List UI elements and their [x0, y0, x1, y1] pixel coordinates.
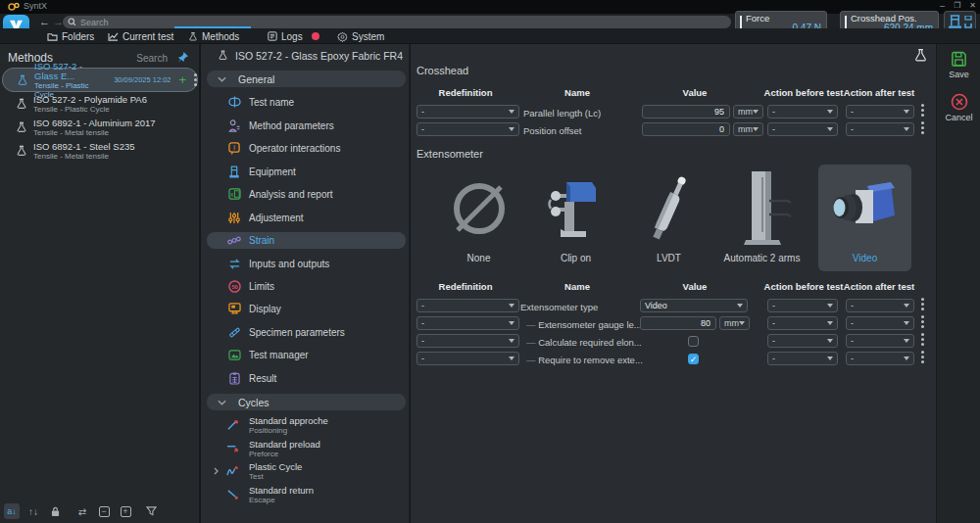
row-menu-icon[interactable] — [921, 338, 924, 341]
action-after-select[interactable]: - — [846, 334, 914, 348]
item-menu-icon[interactable] — [194, 78, 197, 81]
back-arrow-icon[interactable]: ← — [39, 15, 50, 28]
method-list-item[interactable]: ISO 527-2 - Polyamide PA6Tensile - Plast… — [2, 92, 198, 116]
value-input[interactable] — [640, 316, 716, 330]
method-parameters-icon — [227, 119, 241, 132]
tree-item-test-name[interactable]: Test name — [207, 94, 406, 110]
redefinition-select[interactable]: - — [416, 334, 519, 348]
tree-item-equipment[interactable]: Equipment — [207, 164, 406, 179]
cycle-item-standard-approche[interactable]: Standard approchePositioning — [207, 414, 406, 436]
column-header: Redefinition — [439, 281, 493, 292]
redefinition-select[interactable]: - — [416, 352, 519, 365]
redefinition-select[interactable]: - — [416, 105, 519, 119]
action-after-select[interactable]: - — [846, 352, 914, 365]
pin-icon[interactable] — [176, 51, 189, 64]
tree-item-display[interactable]: Display — [207, 301, 406, 316]
extensometer-option-lvdt[interactable]: LVDT — [622, 165, 715, 271]
action-before-select[interactable]: - — [767, 299, 838, 312]
action-after-select[interactable]: - — [846, 316, 914, 330]
sort-alpha-icon[interactable]: a↓ — [4, 503, 20, 519]
tree-item-result[interactable]: Result — [207, 370, 406, 386]
search-input[interactable] — [80, 18, 726, 27]
row-menu-icon[interactable] — [921, 126, 924, 129]
tab-methods[interactable]: Methods — [188, 28, 239, 44]
column-header: Action before test — [764, 281, 844, 292]
extensometer-option-none[interactable]: None — [432, 165, 525, 271]
tree-header: ISO 527-2 - Glass Epoxy Fabric FR4 — [218, 49, 403, 62]
lock-icon[interactable] — [47, 503, 63, 519]
add-icon[interactable]: + — [179, 72, 187, 87]
tree-item-method-parameters[interactable]: Method parameters — [207, 118, 406, 133]
title-bar: SyntX – ❐ ✕ — [0, 0, 980, 14]
row-menu-icon[interactable] — [921, 320, 924, 323]
tree-item-strain[interactable]: Strain — [207, 232, 406, 249]
tab-logs[interactable]: Logs — [268, 28, 303, 44]
cycle-item-standard-return[interactable]: Standard returnEscape — [207, 484, 406, 505]
column-header: Name — [564, 87, 590, 98]
row-menu-icon[interactable] — [921, 303, 924, 306]
tab-bar: Folders Current test Methods Logs System — [0, 28, 980, 44]
tree-item-operator-interactions[interactable]: i Operator interactions — [207, 140, 406, 156]
unit-select[interactable]: mm — [733, 105, 763, 119]
restore-button[interactable]: ❐ — [954, 1, 960, 11]
redefinition-select[interactable]: - — [416, 299, 519, 312]
method-list-item[interactable]: ISO 6892-1 - Aluminium 2017Tensile - Met… — [2, 116, 198, 139]
action-before-select[interactable]: - — [767, 334, 838, 348]
remove-extensometer-checkbox[interactable]: ✓ — [688, 354, 699, 364]
analysis-report-icon: x — [227, 188, 241, 200]
tab-system[interactable]: System — [337, 28, 384, 44]
extensometer-option-clip-on[interactable]: Clip on — [529, 165, 622, 271]
action-before-select[interactable]: - — [767, 316, 838, 330]
crosshead-section-title: Crosshead — [416, 65, 468, 76]
tree-item-adjustement[interactable]: Adjustement — [207, 210, 406, 225]
chevron-right-icon[interactable] — [214, 467, 219, 475]
tree-item-test-manager[interactable]: Test manager — [207, 347, 406, 362]
value-input[interactable] — [642, 105, 730, 119]
save-icon — [951, 51, 967, 68]
action-after-select[interactable]: - — [846, 105, 914, 119]
collapse-all-icon[interactable]: − — [96, 503, 112, 519]
redefinition-select[interactable]: - — [416, 316, 519, 330]
extensometer-option-video[interactable]: Video — [818, 165, 911, 271]
swap-icon[interactable]: ⇄ — [74, 503, 90, 519]
minimize-button[interactable]: – — [940, 1, 945, 11]
load-frame-icon — [949, 15, 961, 29]
redefinition-select[interactable]: - — [416, 122, 519, 136]
unit-select[interactable]: mm — [733, 122, 763, 136]
search-icon — [68, 18, 76, 26]
row-menu-icon[interactable] — [921, 356, 924, 358]
action-after-select[interactable]: - — [846, 299, 914, 312]
method-list-item[interactable]: ISO 6892-1 - Steel S235Tensile - Metal t… — [2, 139, 198, 163]
extensometer-option-automatic-2-arms[interactable]: Automatic 2 arms — [715, 165, 808, 271]
unit-select[interactable]: mm — [719, 316, 750, 330]
extensometer-type-select[interactable]: Video — [640, 299, 748, 312]
row-menu-icon[interactable] — [921, 109, 924, 112]
tab-current-test[interactable]: Current test — [108, 28, 173, 44]
close-button[interactable]: ✕ — [969, 1, 976, 11]
filter-icon[interactable] — [143, 503, 159, 519]
calculate-elongation-checkbox[interactable]: ✓ — [688, 336, 699, 347]
tree-item-inputs-outputs[interactable]: Inputs and outputs — [207, 256, 406, 271]
method-list-item[interactable]: ISO 527-2 - Glass E... Tensile - Plastic… — [2, 68, 198, 92]
tree-item-specimen-parameters[interactable]: Specimen parameters — [207, 324, 406, 340]
section-cycles[interactable]: Cycles — [207, 394, 406, 410]
section-general[interactable]: General — [207, 71, 406, 87]
methods-search-label[interactable]: Search — [136, 53, 168, 64]
cancel-button[interactable]: Cancel — [937, 93, 980, 122]
action-after-select[interactable]: - — [846, 122, 914, 136]
specimen-parameters-icon — [227, 326, 241, 339]
expand-all-icon[interactable]: + — [118, 503, 133, 519]
save-button[interactable]: Save — [937, 51, 980, 79]
action-before-select[interactable]: - — [767, 105, 838, 119]
tree-item-analysis-report[interactable]: x Analysis and report — [207, 186, 406, 202]
action-before-select[interactable]: - — [767, 352, 838, 365]
action-before-select[interactable]: - — [767, 122, 838, 136]
tab-folders[interactable]: Folders — [47, 28, 94, 44]
cycle-item-plastic-cycle[interactable]: Plastic CycleTest — [207, 460, 406, 482]
cycle-item-standard-preload[interactable]: Standard preloadPreforce — [207, 438, 406, 459]
value-input[interactable] — [642, 122, 730, 136]
tree-item-limits[interactable]: 50 Limits — [207, 278, 406, 294]
global-search[interactable] — [63, 16, 731, 28]
sort-order-icon[interactable]: ↑↓ — [25, 503, 41, 519]
methods-panel: Methods Search ISO 527-2 - Glass E... Te… — [0, 44, 200, 523]
